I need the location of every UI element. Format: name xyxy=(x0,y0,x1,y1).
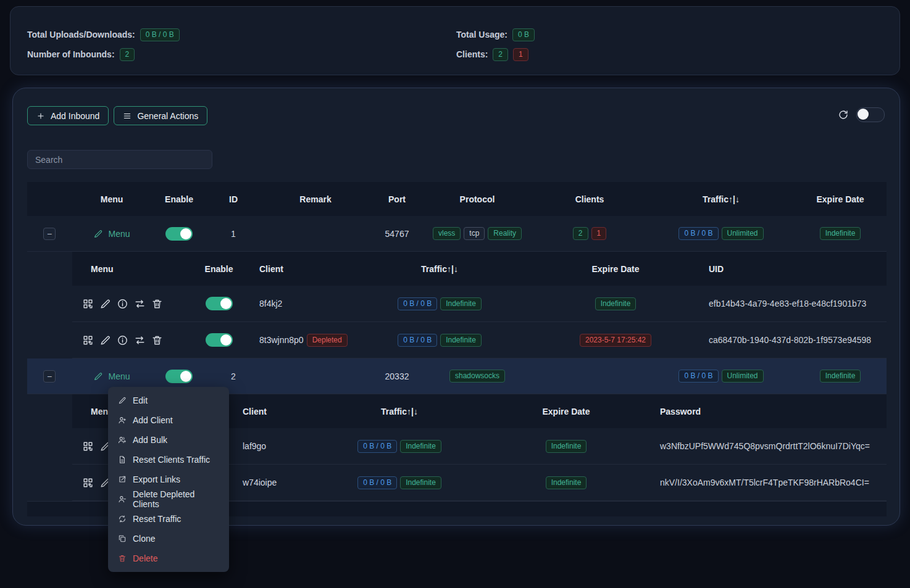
menu-item-clone[interactable]: Clone xyxy=(108,529,229,549)
client-uid: ca68470b-1940-437d-802b-1f9573e94598 xyxy=(705,335,887,345)
qrcode-icon[interactable] xyxy=(82,298,94,310)
edit-icon[interactable] xyxy=(99,298,111,310)
header-uid: UID xyxy=(705,264,887,274)
inbound-clients-badges: 2 1 xyxy=(531,227,648,240)
client-name: laf9go xyxy=(227,441,325,451)
inbound-id: 2 xyxy=(206,371,261,381)
header-expire-date: Expire Date xyxy=(526,264,705,274)
protocol-tag: Reality xyxy=(488,227,522,240)
client-row: 8f4kj2 0 B / 0 B Indefinite Indefinite e… xyxy=(72,286,887,322)
header-password: Password xyxy=(659,407,887,416)
menu-item-reset-traffic[interactable]: Reset Traffic xyxy=(108,509,229,529)
menu-item-delete[interactable]: Delete xyxy=(108,549,229,568)
inbound-menu-button[interactable]: Menu xyxy=(72,229,152,239)
client-traffic: 0 B / 0 B Indefinite xyxy=(325,476,474,489)
inbound-enable-toggle[interactable] xyxy=(165,227,193,241)
header-traffic-sort[interactable]: Traffic↑|↓ xyxy=(325,407,474,416)
info-icon[interactable] xyxy=(117,334,128,346)
dark-mode-toggle[interactable] xyxy=(856,107,885,122)
client-password: w3NfbzUPf5WWd745Q8pvsmQrdrttT2lO6knuI7Di… xyxy=(659,441,887,451)
header-protocol: Protocol xyxy=(424,194,531,204)
qrcode-icon[interactable] xyxy=(82,441,94,452)
header-menu: Menu xyxy=(72,194,152,204)
file-sync-icon xyxy=(118,455,127,464)
client-traffic: 0 B / 0 B Indefinite xyxy=(353,297,526,310)
client-uid: efb14b43-4a79-4e83-ef18-e48cf1901b73 xyxy=(705,299,887,308)
stat-uploads-downloads: Total Uploads/Downloads: 0 B / 0 B xyxy=(27,28,180,41)
stat-clients: Clients: 2 1 xyxy=(456,48,535,61)
inbound-id: 1 xyxy=(206,229,261,239)
client-expire: Indefinite xyxy=(474,440,659,453)
qrcode-icon[interactable] xyxy=(82,334,94,346)
edit-icon[interactable] xyxy=(99,334,111,346)
qrcode-icon[interactable] xyxy=(82,477,94,489)
expire-badge: Indefinite xyxy=(546,440,587,453)
stat-inbounds: Number of Inbounds: 2 xyxy=(27,48,180,61)
traffic-badge: 0 B / 0 B xyxy=(357,440,397,453)
edit-icon xyxy=(93,229,103,239)
stat-usage-value: 0 B xyxy=(512,28,535,41)
stat-uploads-value: 0 B / 0 B xyxy=(140,28,180,41)
inbound-expire: Indefinite xyxy=(794,227,887,240)
expire-badge: Indefinite xyxy=(820,370,861,383)
client-expire: Indefinite xyxy=(526,297,705,310)
delete-icon xyxy=(118,554,127,563)
header-port: Port xyxy=(370,194,424,204)
client-enable-toggle[interactable] xyxy=(206,297,233,310)
header-expire-date: Expire Date xyxy=(474,407,659,416)
add-inbound-label: Add Inbound xyxy=(51,111,99,121)
expire-badge: 2023-5-7 17:25:42 xyxy=(580,334,651,347)
client-enable-toggle[interactable] xyxy=(206,333,233,347)
add-inbound-button[interactable]: Add Inbound xyxy=(27,106,109,125)
client-expire: Indefinite xyxy=(474,476,659,489)
refresh-button[interactable] xyxy=(838,109,849,120)
copy-icon xyxy=(118,534,127,543)
client-name: 8f4kj2 xyxy=(248,299,353,308)
delete-icon[interactable] xyxy=(151,298,163,310)
header-traffic-sort[interactable]: Traffic↑|↓ xyxy=(648,194,794,204)
menu-lines-icon xyxy=(123,112,131,120)
traffic-limit-badge: Unlimited xyxy=(722,227,764,240)
collapse-row-button[interactable]: − xyxy=(43,228,56,240)
plus-icon xyxy=(36,112,45,120)
stat-inbounds-value: 2 xyxy=(120,48,135,61)
header-expire-date: Expire Date xyxy=(794,194,887,204)
inbound-traffic: 0 B / 0 B Unlimited xyxy=(648,227,794,240)
stat-clients-label: Clients: xyxy=(456,49,488,59)
menu-item-delete-depleted-clients[interactable]: Delete Depleted Clients xyxy=(108,489,229,509)
traffic-limit-badge: Indefinite xyxy=(440,297,482,310)
menu-item-add-bulk[interactable]: Add Bulk xyxy=(108,430,229,450)
delete-icon[interactable] xyxy=(151,334,163,346)
inbound-protocol-tags: shadowsocks xyxy=(424,370,531,383)
header-clients: Clients xyxy=(531,194,648,204)
stat-uploads-label: Total Uploads/Downloads: xyxy=(27,30,135,39)
reset-traffic-icon[interactable] xyxy=(134,334,146,346)
search-input[interactable] xyxy=(27,150,212,169)
menu-item-edit[interactable]: Edit xyxy=(108,391,229,410)
traffic-badge: 0 B / 0 B xyxy=(398,297,437,310)
stat-inbounds-label: Number of Inbounds: xyxy=(27,49,115,59)
general-actions-label: General Actions xyxy=(137,111,198,121)
header-client: Client xyxy=(248,264,353,274)
menu-item-reset-clients-traffic[interactable]: Reset Clients Traffic xyxy=(108,450,229,470)
general-actions-button[interactable]: General Actions xyxy=(114,106,207,125)
inbound-traffic: 0 B / 0 B Unlimited xyxy=(648,370,794,383)
header-traffic-sort[interactable]: Traffic↑|↓ xyxy=(353,264,526,274)
client-actions xyxy=(72,298,190,310)
header-client: Client xyxy=(227,407,325,416)
reset-traffic-icon[interactable] xyxy=(134,298,146,310)
menu-item-export-links[interactable]: Export Links xyxy=(108,470,229,489)
inbound-enable-toggle[interactable] xyxy=(165,370,193,383)
inbound-menu-button[interactable]: Menu xyxy=(72,371,152,381)
header-menu: Menu xyxy=(72,264,190,274)
inbound-menu-label: Menu xyxy=(108,229,130,239)
client-table-header: Menu Enable Client Traffic↑|↓ Expire Dat… xyxy=(72,252,887,286)
client-table-vless: Menu Enable Client Traffic↑|↓ Expire Dat… xyxy=(72,252,887,358)
inbound-expire: Indefinite xyxy=(794,370,887,383)
client-expire: 2023-5-7 17:25:42 xyxy=(526,334,705,347)
collapse-row-button[interactable]: − xyxy=(43,370,56,383)
menu-item-add-client[interactable]: Add Client xyxy=(108,410,229,430)
stat-usage-label: Total Usage: xyxy=(456,30,507,39)
inbound-context-menu: Edit Add Client Add Bulk Reset Clients T… xyxy=(108,387,229,572)
info-icon[interactable] xyxy=(117,298,128,310)
